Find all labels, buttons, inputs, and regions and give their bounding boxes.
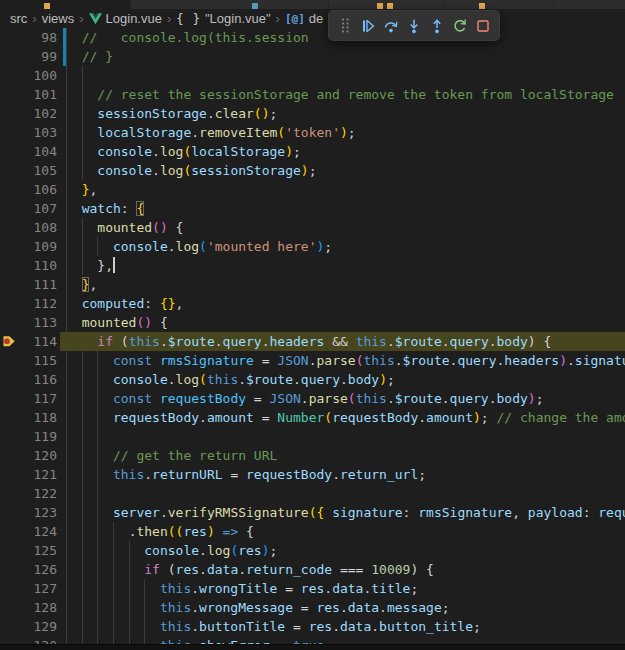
code-text[interactable]: this.buttonTitle = res.data.button_title… bbox=[60, 617, 625, 636]
toolbar-drag-handle[interactable] bbox=[335, 14, 355, 38]
code-line[interactable]: 98 // console.log(this.session bbox=[0, 28, 625, 47]
line-number[interactable]: 104 bbox=[0, 142, 60, 161]
line-number[interactable]: 127 bbox=[0, 579, 60, 598]
code-text[interactable]: // reset the sessionStorage and remove t… bbox=[60, 85, 625, 104]
line-number[interactable]: 116 bbox=[0, 370, 60, 389]
code-line[interactable]: 121 this.returnURL = requestBody.return_… bbox=[0, 465, 625, 484]
code-line[interactable]: 122 bbox=[0, 484, 625, 503]
line-number[interactable]: 102 bbox=[0, 104, 60, 123]
line-number[interactable]: 106 bbox=[0, 180, 60, 199]
code-text[interactable]: console.log(res); bbox=[60, 541, 625, 560]
line-number[interactable]: 99 bbox=[0, 47, 60, 66]
line-number[interactable]: 112 bbox=[0, 294, 60, 313]
code-line[interactable]: 110 }, bbox=[0, 256, 625, 275]
code-line[interactable]: 113 mounted() { bbox=[0, 313, 625, 332]
line-number[interactable]: 100 bbox=[0, 66, 60, 85]
line-number[interactable]: 126 bbox=[0, 560, 60, 579]
line-number[interactable]: 121 bbox=[0, 465, 60, 484]
code-line[interactable]: 111 }, bbox=[0, 275, 625, 294]
code-line[interactable]: 124 .then((res) => { bbox=[0, 522, 625, 541]
code-line[interactable]: 106 }, bbox=[0, 180, 625, 199]
code-text[interactable]: // get the return URL bbox=[60, 446, 625, 465]
line-number[interactable]: 120 bbox=[0, 446, 60, 465]
code-line[interactable]: 105 console.log(sessionStorage); bbox=[0, 161, 625, 180]
code-line[interactable]: 101 // reset the sessionStorage and remo… bbox=[0, 85, 625, 104]
code-text[interactable]: localStorage.removeItem('token'); bbox=[60, 123, 625, 142]
breadcrumb-item[interactable]: de bbox=[309, 11, 323, 26]
code-line[interactable]: 104 console.log(localStorage); bbox=[0, 142, 625, 161]
line-number[interactable]: 107 bbox=[0, 199, 60, 218]
line-number[interactable]: 109 bbox=[0, 237, 60, 256]
code-text[interactable]: if (this.$route.query.headers && this.$r… bbox=[60, 332, 625, 351]
line-number[interactable]: 111 bbox=[0, 275, 60, 294]
breadcrumb-item[interactable]: Login.vue bbox=[106, 11, 162, 26]
code-text[interactable] bbox=[60, 66, 625, 85]
code-text[interactable]: computed: {}, bbox=[60, 294, 625, 313]
line-number[interactable]: 117 bbox=[0, 389, 60, 408]
code-line[interactable]: 115 const rmsSignature = JSON.parse(this… bbox=[0, 351, 625, 370]
code-text[interactable]: .then((res) => { bbox=[60, 522, 625, 541]
code-line[interactable]: 120 // get the return URL bbox=[0, 446, 625, 465]
code-text[interactable]: mounted() { bbox=[60, 313, 625, 332]
code-text[interactable]: // } bbox=[60, 47, 625, 66]
line-number[interactable]: 128 bbox=[0, 598, 60, 617]
breadcrumb-item[interactable]: views bbox=[42, 11, 75, 26]
code-text[interactable]: const rmsSignature = JSON.parse(this.$ro… bbox=[60, 351, 625, 370]
stop-button[interactable] bbox=[473, 14, 493, 38]
code-line[interactable]: 126 if (res.data.return_code === 10009) … bbox=[0, 560, 625, 579]
code-text[interactable]: this.wrongTitle = res.data.title; bbox=[60, 579, 625, 598]
continue-button[interactable] bbox=[358, 14, 378, 38]
line-number[interactable]: 115 bbox=[0, 351, 60, 370]
code-text[interactable]: this.wrongMessage = res.data.message; bbox=[60, 598, 625, 617]
code-text[interactable]: server.verifyRMSSignature({ signature: r… bbox=[60, 503, 625, 522]
code-line[interactable]: 116 console.log(this.$route.query.body); bbox=[0, 370, 625, 389]
line-number[interactable]: 122 bbox=[0, 484, 60, 503]
code-text[interactable]: if (res.data.return_code === 10009) { bbox=[60, 560, 625, 579]
line-number[interactable]: 119 bbox=[0, 427, 60, 446]
line-number[interactable]: 113 bbox=[0, 313, 60, 332]
code-text[interactable]: watch: { bbox=[60, 199, 625, 218]
code-line[interactable]: 108 mounted() { bbox=[0, 218, 625, 237]
code-text[interactable]: console.log(this.$route.query.body); bbox=[60, 370, 625, 389]
code-text[interactable]: console.log('mounted here'); bbox=[60, 237, 625, 256]
code-text[interactable] bbox=[60, 484, 625, 503]
code-text[interactable]: }, bbox=[60, 275, 625, 294]
line-number[interactable]: 118 bbox=[0, 408, 60, 427]
breadcrumb-item[interactable]: src bbox=[10, 11, 27, 26]
code-line[interactable]: 112 computed: {}, bbox=[0, 294, 625, 313]
breadcrumb-item[interactable]: "Login.vue" bbox=[205, 11, 271, 26]
code-line[interactable]: 128 this.wrongMessage = res.data.message… bbox=[0, 598, 625, 617]
tab-active[interactable] bbox=[0, 0, 131, 9]
code-line[interactable]: 125 console.log(res); bbox=[0, 541, 625, 560]
line-number[interactable]: 124 bbox=[0, 522, 60, 541]
code-line[interactable]: 103 localStorage.removeItem('token'); bbox=[0, 123, 625, 142]
code-text[interactable]: mounted() { bbox=[60, 218, 625, 237]
line-number[interactable]: 105 bbox=[0, 161, 60, 180]
line-number[interactable]: 129 bbox=[0, 617, 60, 636]
code-line[interactable]: 123 server.verifyRMSSignature({ signatur… bbox=[0, 503, 625, 522]
line-number[interactable]: 125 bbox=[0, 541, 60, 560]
line-number[interactable]: 110 bbox=[0, 256, 60, 275]
code-line[interactable]: 102 sessionStorage.clear(); bbox=[0, 104, 625, 123]
step-over-button[interactable] bbox=[381, 14, 401, 38]
tab-bar[interactable] bbox=[0, 0, 625, 9]
line-number[interactable]: 114 bbox=[0, 332, 60, 351]
code-line[interactable]: 107 watch: { bbox=[0, 199, 625, 218]
code-text[interactable]: requestBody.amount = Number(requestBody.… bbox=[60, 408, 625, 427]
code-line[interactable]: 99 // } bbox=[0, 47, 625, 66]
line-number[interactable]: 101 bbox=[0, 85, 60, 104]
code-text[interactable]: console.log(localStorage); bbox=[60, 142, 625, 161]
code-line[interactable]: 100 bbox=[0, 66, 625, 85]
line-number[interactable]: 108 bbox=[0, 218, 60, 237]
code-text[interactable]: const requestBody = JSON.parse(this.$rou… bbox=[60, 389, 625, 408]
code-text[interactable]: }, bbox=[60, 180, 625, 199]
code-text[interactable]: }, bbox=[60, 256, 625, 275]
editor-pane[interactable]: 98 // console.log(this.session99 // }100… bbox=[0, 28, 625, 650]
line-number[interactable]: 98 bbox=[0, 28, 60, 47]
code-line[interactable]: 117 const requestBody = JSON.parse(this.… bbox=[0, 389, 625, 408]
line-number[interactable]: 123 bbox=[0, 503, 60, 522]
code-line[interactable]: 127 this.wrongTitle = res.data.title; bbox=[0, 579, 625, 598]
code-text[interactable]: this.returnURL = requestBody.return_url; bbox=[60, 465, 625, 484]
code-line[interactable]: 109 console.log('mounted here'); bbox=[0, 237, 625, 256]
restart-button[interactable] bbox=[450, 14, 470, 38]
